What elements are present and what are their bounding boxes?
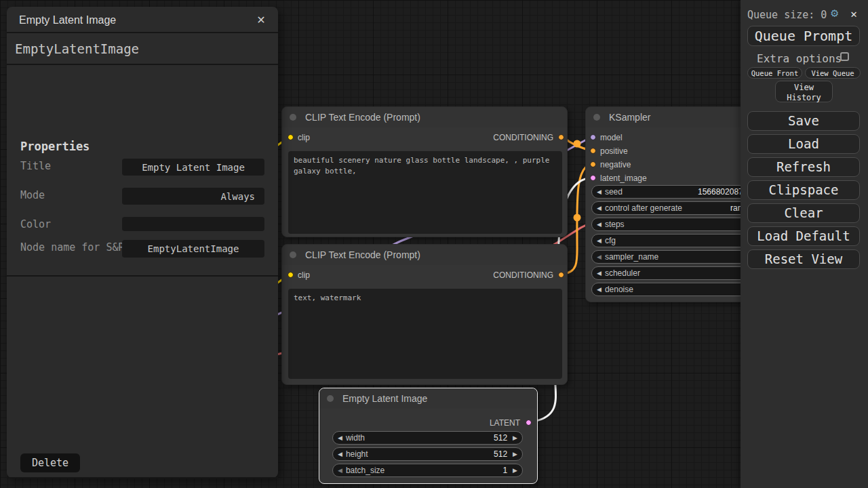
view-queue-button[interactable]: View Queue [805, 67, 861, 79]
link-dot-positive[interactable] [574, 140, 581, 148]
increment-icon[interactable]: ▶ [513, 435, 517, 441]
close-icon[interactable]: ✕ [252, 7, 270, 33]
title-field-label: Title [20, 159, 125, 174]
decrement-icon[interactable]: ◀ [597, 270, 601, 277]
widget-label: control after generate [605, 203, 682, 213]
collapse-dot-icon[interactable] [290, 114, 296, 121]
divider [7, 477, 278, 479]
load-default-button[interactable]: Load Default [747, 226, 860, 246]
conditioning-output-port[interactable] [558, 272, 564, 278]
settings-gear-icon[interactable]: ⚙ [831, 7, 838, 19]
node-title: CLIP Text Encode (Prompt) [305, 249, 420, 260]
decrement-icon[interactable]: ◀ [338, 435, 342, 441]
node-clip-text-encode-negative[interactable]: CLIP Text Encode (Prompt) clip CONDITION… [281, 244, 568, 385]
negative-input-label: negative [600, 160, 631, 169]
widget-label: seed [605, 187, 623, 197]
snr-field-label: Node name for S&R [20, 241, 125, 255]
node-titlebar[interactable]: Empty Latent Image [319, 388, 537, 409]
save-button[interactable]: Save [747, 111, 860, 131]
node-title: Empty Latent Image [342, 393, 427, 404]
clip-input-label: clip [298, 133, 310, 142]
load-button[interactable]: Load [747, 134, 860, 154]
decrement-icon[interactable]: ◀ [597, 287, 601, 293]
collapse-dot-icon[interactable] [290, 251, 296, 258]
panel-title: Empty Latent Image [19, 14, 116, 26]
clear-button[interactable]: Clear [747, 203, 860, 223]
widget-label: denoise [605, 285, 633, 294]
node-title: CLIP Text Encode (Prompt) [305, 112, 420, 123]
prompt-textarea[interactable]: beautiful scenery nature glass bottle la… [288, 151, 562, 234]
negative-input-port[interactable] [590, 161, 596, 167]
model-input-port[interactable] [590, 134, 596, 140]
reset-view-button[interactable]: Reset View [747, 249, 860, 269]
conditioning-output-label: CONDITIONING [493, 270, 553, 280]
positive-input-port[interactable] [590, 148, 596, 154]
decrement-icon[interactable]: ◀ [597, 254, 601, 260]
node-properties-panel: Empty Latent Image ✕ EmptyLatentImage Pr… [7, 7, 278, 478]
divider [7, 275, 278, 277]
clip-input-port[interactable] [288, 272, 294, 278]
widget-value: 1 [502, 466, 507, 475]
mode-field[interactable]: Always [122, 188, 264, 205]
delete-button[interactable]: Delete [20, 453, 80, 472]
widget-value: 512 [494, 449, 507, 459]
comfy-menu: Queue size: 0 ⚙ ✕ Queue Prompt Extra opt… [741, 0, 868, 488]
properties-heading: Properties [20, 140, 90, 153]
positive-input-label: positive [600, 146, 628, 156]
widget-label: cfg [605, 236, 616, 245]
widget-label: scheduler [605, 268, 640, 278]
widget-label: steps [605, 220, 625, 229]
conditioning-output-port[interactable] [558, 134, 564, 140]
decrement-icon[interactable]: ◀ [338, 468, 342, 474]
latent-image-input-port[interactable] [590, 175, 596, 181]
clip-input-label: clip [298, 270, 310, 280]
queue-prompt-button[interactable]: Queue Prompt [747, 26, 860, 46]
prompt-textarea[interactable]: text, watermark [288, 289, 562, 379]
width-widget[interactable]: ◀ width 512 ▶ [332, 431, 523, 445]
queue-front-button[interactable]: Queue Front [747, 67, 802, 79]
model-input-label: model [600, 133, 623, 142]
node-titlebar[interactable]: CLIP Text Encode (Prompt) [282, 107, 567, 127]
widget-label: width [346, 433, 365, 443]
node-empty-latent-image[interactable]: Empty Latent Image LATENT ◀ width 512 ▶ … [319, 388, 538, 484]
collapse-dot-icon[interactable] [593, 114, 600, 121]
queue-size-label: Queue size: 0 [747, 9, 827, 21]
conditioning-output-label: CONDITIONING [493, 133, 553, 142]
title-field[interactable]: Empty Latent Image [122, 159, 264, 176]
refresh-button[interactable]: Refresh [747, 157, 860, 177]
mode-field-label: Mode [20, 188, 125, 203]
widget-label: batch_size [346, 466, 384, 475]
extra-options-checkbox[interactable] [840, 52, 849, 61]
clipspace-button[interactable]: Clipspace [747, 180, 860, 200]
color-field-label: Color [20, 218, 125, 232]
decrement-icon[interactable]: ◀ [597, 238, 601, 244]
widget-value: 1566802087 [698, 187, 743, 197]
widget-label: sampler_name [605, 252, 658, 262]
extra-options-label: Extra options [757, 52, 842, 65]
color-field[interactable] [122, 217, 264, 231]
snr-field[interactable]: EmptyLatentImage [122, 240, 264, 258]
height-widget[interactable]: ◀ height 512 ▶ [332, 447, 523, 461]
decrement-icon[interactable]: ◀ [597, 222, 601, 228]
decrement-icon[interactable]: ◀ [597, 205, 601, 211]
batch-size-widget[interactable]: ◀ batch_size 1 ▶ [332, 464, 523, 477]
close-icon[interactable]: ✕ [850, 7, 857, 20]
latent-image-input-label: latent_image [600, 174, 647, 183]
increment-icon[interactable]: ▶ [513, 451, 517, 458]
latent-output-label: LATENT [490, 418, 520, 428]
widget-label: height [346, 449, 368, 459]
clip-input-port[interactable] [288, 134, 294, 140]
collapse-dot-icon[interactable] [327, 395, 334, 402]
node-title: KSampler [609, 112, 650, 123]
widget-value: 512 [494, 433, 507, 443]
latent-output-port[interactable] [526, 420, 532, 426]
node-clip-text-encode-positive[interactable]: CLIP Text Encode (Prompt) clip CONDITION… [281, 106, 568, 237]
increment-icon[interactable]: ▶ [513, 468, 517, 474]
decrement-icon[interactable]: ◀ [338, 451, 342, 458]
node-titlebar[interactable]: CLIP Text Encode (Prompt) [282, 245, 567, 265]
link-dot-negative[interactable] [574, 214, 581, 222]
view-history-button[interactable]: View History [775, 81, 833, 102]
node-type-name: EmptyLatentImage [7, 33, 278, 65]
decrement-icon[interactable]: ◀ [597, 189, 601, 195]
